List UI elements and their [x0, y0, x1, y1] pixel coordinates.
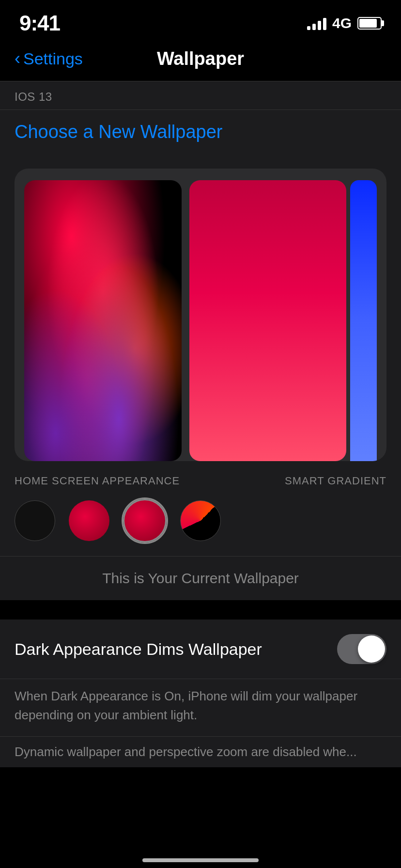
page-title: Wallpaper	[157, 48, 244, 69]
bottom-partial-content: Dynamic wallpaper and perspective zoom a…	[15, 744, 357, 759]
signal-bars-icon	[307, 16, 326, 30]
appearance-option-selected[interactable]	[123, 499, 167, 542]
chevron-left-icon: ‹	[15, 50, 20, 67]
status-icons: 4G	[307, 15, 382, 31]
preview-pair	[24, 180, 346, 461]
back-button[interactable]: ‹ Settings	[15, 49, 83, 68]
appearance-option-black[interactable]	[15, 500, 55, 541]
dark-appearance-toggle[interactable]	[337, 634, 386, 664]
lock-screen-preview[interactable]	[24, 180, 182, 461]
description-text-content: When Dark Appearance is On, iPhone will …	[15, 689, 357, 722]
smart-gradient-label: SMART GRADIENT	[285, 475, 386, 487]
wallpaper-preview-container	[15, 169, 386, 461]
section-header-label: IOS 13	[15, 90, 52, 103]
dark-appearance-label: Dark Appearance Dims Wallpaper	[15, 640, 337, 659]
appearance-option-red[interactable]	[69, 500, 109, 541]
appearance-circles	[15, 499, 386, 542]
back-label: Settings	[23, 49, 83, 68]
nav-bar: ‹ Settings Wallpaper	[0, 43, 401, 81]
toggle-knob	[358, 636, 385, 663]
status-time: 9:41	[19, 11, 60, 35]
section-header: IOS 13	[0, 81, 401, 109]
home-screen-appearance-label: HOME SCREEN APPEARANCE	[15, 475, 180, 487]
network-type-label: 4G	[332, 15, 352, 31]
wallpaper-preview-section	[0, 154, 401, 461]
choose-wallpaper-row[interactable]: Choose a New Wallpaper	[0, 109, 401, 154]
battery-fill	[359, 19, 377, 28]
current-wallpaper-label: This is Your Current Wallpaper	[102, 570, 299, 586]
current-wallpaper-text: This is Your Current Wallpaper	[0, 556, 401, 600]
home-screen-preview[interactable]	[189, 180, 347, 461]
status-bar: 9:41 4G	[0, 0, 401, 43]
dark-appearance-description: When Dark Appearance is On, iPhone will …	[0, 679, 401, 736]
battery-icon	[357, 17, 382, 30]
home-indicator	[142, 858, 259, 862]
wallpaper-peek-next	[350, 180, 377, 461]
appearance-option-mixed[interactable]	[180, 500, 221, 541]
bottom-partial-text: Dynamic wallpaper and perspective zoom a…	[0, 736, 401, 767]
section-gap	[0, 600, 401, 620]
dark-appearance-row: Dark Appearance Dims Wallpaper	[0, 620, 401, 679]
appearance-labels: HOME SCREEN APPEARANCE SMART GRADIENT	[15, 475, 386, 487]
choose-wallpaper-link[interactable]: Choose a New Wallpaper	[15, 122, 222, 142]
appearance-section: HOME SCREEN APPEARANCE SMART GRADIENT	[0, 461, 401, 556]
